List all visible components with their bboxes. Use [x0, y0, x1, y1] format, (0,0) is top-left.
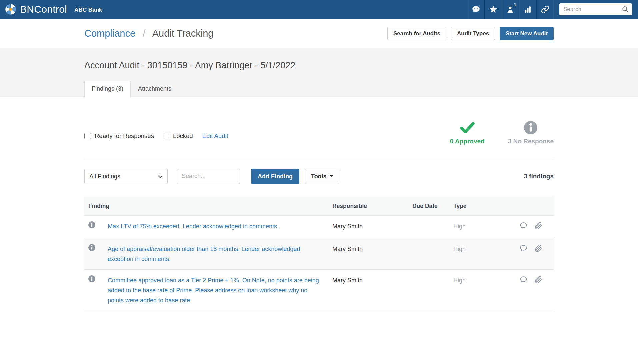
page-title: Account Audit - 30150159 - Amy Barringer…: [84, 60, 554, 71]
breadcrumb-compliance-link[interactable]: Compliance: [84, 28, 135, 39]
findings-count: 3 findings: [524, 173, 554, 180]
table-row: Max LTV of 75% exceeded. Lender acknowle…: [84, 215, 554, 238]
breadcrumb: Compliance / Audit Tracking: [84, 28, 214, 39]
breadcrumb-band: Compliance / Audit Tracking Search for A…: [0, 19, 638, 48]
section-divider: [84, 159, 554, 159]
tools-dropdown-button[interactable]: Tools: [305, 169, 339, 184]
global-search: [559, 3, 632, 15]
findings-table: Finding Responsible Due Date Type Max LT…: [84, 197, 554, 311]
comment-bubble-icon: [519, 221, 528, 231]
search-icon[interactable]: [622, 6, 629, 14]
paperclip-icon: [535, 245, 542, 253]
finding-link[interactable]: Age of appraisal/evaluation older than 1…: [108, 246, 300, 262]
approved-count-label: 0 Approved: [450, 138, 485, 145]
column-header-type: Type: [449, 197, 515, 215]
users-icon: [506, 5, 515, 14]
tools-label: Tools: [311, 173, 327, 179]
navbar-actions: 1: [467, 0, 632, 19]
type-cell: High: [449, 215, 515, 238]
tab-bar: Findings (3) Attachments: [84, 81, 554, 97]
locked-label: Locked: [173, 132, 193, 140]
header-actions: Search for Audits Audit Types Start New …: [387, 27, 554, 40]
brand-group: BNControl ABC Bank: [5, 0, 102, 19]
no-response-count-label: 3 No Response: [508, 138, 554, 145]
table-row: Committee approved loan as a Tier 2 Prim…: [84, 269, 554, 311]
breadcrumb-separator: /: [143, 28, 145, 39]
comment-bubble-icon: [519, 244, 528, 253]
users-button[interactable]: 1: [502, 0, 519, 19]
comment-bubble-icon: [519, 275, 528, 285]
findings-filter: All Findings: [84, 169, 168, 184]
status-summary: 0 Approved 3 No Response: [447, 121, 554, 145]
links-button[interactable]: [536, 0, 554, 19]
due-date-cell: [408, 238, 449, 269]
responsible-cell: Mary Smith: [328, 269, 408, 311]
attachments-button[interactable]: [535, 276, 542, 285]
comments-button[interactable]: [519, 275, 528, 285]
messages-icon: [472, 5, 480, 14]
findings-panel: Ready for Responses Locked Edit Audit 0 …: [84, 121, 554, 311]
attachments-button[interactable]: [535, 222, 542, 231]
locked-option: Locked: [163, 132, 193, 140]
search-for-audits-button[interactable]: Search for Audits: [387, 27, 446, 40]
org-name: ABC Bank: [74, 7, 102, 13]
info-icon[interactable]: [88, 223, 95, 230]
messages-button[interactable]: [467, 0, 484, 19]
info-icon[interactable]: [88, 246, 95, 252]
finding-link[interactable]: Max LTV of 75% exceeded. Lender acknowle…: [108, 223, 279, 230]
links-chain-icon: [541, 5, 549, 14]
edit-audit-link[interactable]: Edit Audit: [202, 132, 228, 140]
column-header-actions: [515, 197, 554, 215]
global-search-input[interactable]: [559, 3, 632, 15]
responsible-cell: Mary Smith: [328, 238, 408, 269]
favorites-button[interactable]: [484, 0, 502, 19]
approved-check-icon: [459, 121, 475, 135]
ready-for-responses-option: Ready for Responses: [84, 132, 154, 140]
no-response-status: 3 No Response: [508, 121, 554, 145]
caret-down-icon: [330, 175, 333, 177]
breadcrumb-current: Audit Tracking: [152, 28, 214, 39]
no-response-info-icon: [524, 121, 537, 135]
bncontrol-logo-icon[interactable]: [5, 3, 17, 15]
info-icon[interactable]: [88, 277, 95, 284]
table-row: Age of appraisal/evaluation older than 1…: [84, 238, 554, 269]
ready-for-responses-checkbox[interactable]: [84, 133, 91, 139]
column-header-finding: Finding: [84, 197, 328, 215]
brand-name[interactable]: BNControl: [20, 4, 67, 15]
start-new-audit-button[interactable]: Start New Audit: [500, 27, 554, 40]
findings-filter-select[interactable]: All Findings: [84, 169, 168, 184]
type-cell: High: [449, 238, 515, 269]
tab-attachments[interactable]: Attachments: [131, 81, 179, 97]
audit-controls-row: Ready for Responses Locked Edit Audit 0 …: [84, 121, 554, 145]
approved-status: 0 Approved: [447, 121, 487, 145]
audit-title-band: Account Audit - 30150159 - Amy Barringer…: [0, 48, 638, 97]
attachments-button[interactable]: [535, 245, 542, 253]
audit-toggles: Ready for Responses Locked Edit Audit: [84, 132, 228, 140]
paperclip-icon: [535, 276, 542, 285]
type-cell: High: [449, 269, 515, 311]
findings-search-input[interactable]: [177, 169, 240, 184]
column-header-responsible: Responsible: [328, 197, 408, 215]
favorites-star-icon: [489, 5, 498, 14]
tab-findings[interactable]: Findings (3): [84, 81, 131, 97]
audit-types-button[interactable]: Audit Types: [451, 27, 495, 40]
ready-for-responses-label: Ready for Responses: [95, 132, 154, 140]
due-date-cell: [408, 215, 449, 238]
reports-button[interactable]: [519, 0, 536, 19]
column-header-due-date: Due Date: [408, 197, 449, 215]
paperclip-icon: [535, 222, 542, 231]
locked-checkbox[interactable]: [163, 133, 169, 139]
comments-button[interactable]: [519, 244, 528, 253]
users-badge-count: 1: [514, 2, 516, 7]
due-date-cell: [408, 269, 449, 311]
reports-bar-chart-icon: [524, 5, 532, 14]
table-header-row: Finding Responsible Due Date Type: [84, 197, 554, 215]
finding-link[interactable]: Committee approved loan as a Tier 2 Prim…: [108, 277, 319, 304]
filter-bar: All Findings Add Finding Tools 3 finding…: [84, 169, 554, 184]
responsible-cell: Mary Smith: [328, 215, 408, 238]
add-finding-button[interactable]: Add Finding: [251, 169, 299, 184]
navbar-icon-group: 1: [467, 0, 554, 19]
top-navbar: BNControl ABC Bank: [0, 0, 638, 19]
comments-button[interactable]: [519, 221, 528, 231]
